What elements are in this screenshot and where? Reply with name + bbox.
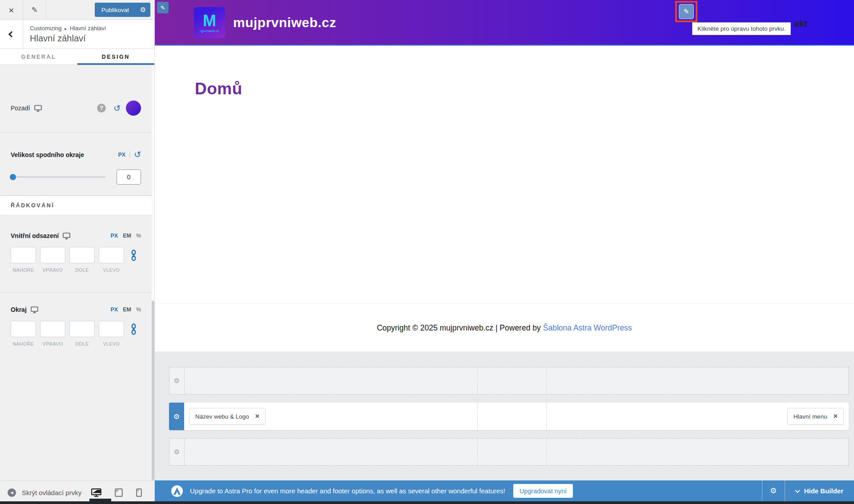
site-identity-chip[interactable]: Název webu & Logo ×: [189, 408, 266, 425]
builder-cell-center[interactable]: [477, 403, 547, 430]
background-label: Pozadí: [11, 105, 30, 112]
margin-left-input[interactable]: [99, 321, 124, 337]
padding-label: Vnitřní odsazení: [11, 232, 59, 239]
reset-icon[interactable]: ↻: [134, 150, 141, 159]
edit-header-shortcut-button[interactable]: ✎: [157, 2, 169, 13]
slider-handle[interactable]: [10, 174, 16, 180]
padding-right-input[interactable]: [40, 247, 65, 263]
breadcrumb-arrow-icon: ▸: [64, 26, 67, 31]
builder-cell-center[interactable]: [477, 367, 546, 394]
hide-builder-label: Hide Builder: [804, 487, 843, 495]
link-values-button[interactable]: [130, 250, 137, 262]
reset-icon[interactable]: ↻: [113, 104, 121, 113]
page-content: Domů: [155, 47, 854, 304]
unit-px-toggle[interactable]: PX: [118, 152, 125, 158]
builder-cell-right[interactable]: [546, 367, 848, 394]
device-desktop-button[interactable]: [91, 488, 101, 497]
tab-general[interactable]: GENERAL: [0, 49, 77, 65]
gear-icon: ⚙: [174, 448, 180, 456]
builder-cell-left[interactable]: [185, 367, 477, 394]
builder-cell-left[interactable]: Název webu & Logo ×: [184, 403, 477, 430]
row-settings-button[interactable]: ⚙: [169, 439, 185, 465]
astra-logo-icon: [171, 485, 183, 497]
mobile-icon: [136, 488, 142, 497]
side-label-top: NAHOŘE: [13, 341, 34, 347]
page-heading: Domů: [195, 80, 854, 98]
header-builder: ⚙ ⚙ Název webu & Logo ×: [155, 351, 854, 480]
panel-title: Hlavní záhlaví: [30, 33, 106, 44]
astra-theme-link[interactable]: Šablona Astra WordPress: [543, 323, 632, 333]
site-branding[interactable]: M ujprvniweb.cz mujprvniweb.cz: [194, 7, 336, 38]
device-preview-switcher: [91, 488, 154, 497]
unit-percent-toggle[interactable]: %: [136, 306, 141, 313]
side-label-right: VPRAVO: [43, 267, 63, 273]
site-logo[interactable]: M ujprvniweb.cz: [194, 7, 225, 38]
edit-menu-shortcut-button[interactable]: ✎: [679, 4, 694, 19]
scrollbar-thumb[interactable]: [152, 301, 154, 480]
margin-bottom-input[interactable]: [69, 321, 95, 337]
remove-icon[interactable]: ×: [834, 413, 838, 420]
padding-bottom-input[interactable]: [69, 247, 95, 263]
close-customizer-button[interactable]: ×: [0, 0, 23, 20]
row-settings-button[interactable]: ⚙: [169, 403, 184, 430]
astra-pro-notice-bar: Upgrade to Astra Pro for even more heade…: [155, 480, 854, 501]
chip-label: Název webu & Logo: [195, 413, 249, 420]
remove-icon[interactable]: ×: [255, 413, 259, 420]
hide-controls-label[interactable]: Skrýt ovládací prvky: [22, 489, 81, 496]
link-values-button[interactable]: [130, 323, 137, 336]
section-header: Customizing ▸ Hlavní záhlaví Hlavní záhl…: [0, 20, 154, 49]
border-size-input[interactable]: [117, 169, 141, 185]
border-size-slider[interactable]: [11, 176, 106, 178]
side-label-right: VPRAVO: [43, 341, 63, 347]
device-tablet-button[interactable]: [115, 488, 123, 497]
breadcrumb-current: Hlavní záhlaví: [70, 25, 106, 32]
row-settings-button[interactable]: ⚙: [169, 367, 185, 394]
nav-menu-item-partial[interactable]: akt: [794, 18, 807, 29]
sidebar-scrollbar[interactable]: [152, 65, 154, 480]
collapse-sidebar-icon[interactable]: ◀: [8, 488, 16, 497]
pencil-icon: ✎: [684, 8, 689, 16]
background-color-swatch[interactable]: [126, 101, 141, 116]
gear-icon: ⚙: [173, 412, 180, 421]
site-title[interactable]: mujprvniweb.cz: [233, 15, 336, 30]
padding-top-input[interactable]: [11, 247, 36, 263]
site-header-preview[interactable]: ✎ M ujprvniweb.cz mujprvniweb.cz akt ✎ K…: [155, 0, 854, 46]
wordpress-customizer: × ✎ Publikovat ⚙ Customizing: [0, 0, 854, 504]
unit-em-toggle[interactable]: EM: [123, 233, 131, 239]
builder-settings-button[interactable]: ⚙: [762, 480, 785, 501]
margin-right-input[interactable]: [40, 321, 65, 337]
customizer-topbar: × ✎ Publikovat ⚙: [0, 0, 154, 20]
upgrade-now-button[interactable]: Upgradovat nyní: [513, 484, 573, 498]
spacing-section-heading: ŘÁDKOVÁNÍ: [0, 196, 154, 215]
customizer-sidebar: × ✎ Publikovat ⚙ Customizing: [0, 0, 155, 504]
builder-cell-left[interactable]: [185, 439, 477, 465]
tab-design[interactable]: DESIGN: [77, 49, 155, 65]
device-mobile-button[interactable]: [136, 488, 142, 497]
hide-builder-button[interactable]: Hide Builder: [785, 480, 854, 501]
desktop-icon: [63, 233, 70, 239]
padding-label-row: Vnitřní odsazení: [11, 232, 70, 239]
builder-cell-center[interactable]: [477, 439, 546, 465]
edit-shortcuts-toggle-button[interactable]: ✎: [23, 0, 46, 20]
padding-left-input[interactable]: [99, 247, 124, 263]
controls-panel: Pozadí ? ↻ Velikost spodního okraje PX ↻: [0, 65, 154, 480]
builder-cell-right[interactable]: [546, 439, 848, 465]
unit-percent-toggle[interactable]: %: [136, 233, 141, 239]
unit-px-toggle[interactable]: PX: [110, 306, 118, 313]
builder-cell-right[interactable]: Hlavní menu ×: [546, 403, 849, 430]
chevron-down-icon: [795, 488, 800, 492]
back-button[interactable]: [0, 20, 23, 48]
margin-label-row: Okraj: [11, 306, 38, 313]
margin-top-input[interactable]: [11, 321, 36, 337]
bottom-border-control: Velikost spodního okraje PX ↻: [0, 133, 154, 196]
builder-row-below: ⚙: [169, 438, 849, 466]
desktop-icon: [34, 105, 42, 112]
help-icon[interactable]: ?: [97, 104, 106, 113]
sidebar-footer: ◀ Skrýt ovládací prvky: [0, 480, 154, 504]
primary-menu-chip[interactable]: Hlavní menu ×: [787, 408, 844, 425]
logo-letter: M: [203, 13, 216, 29]
unit-em-toggle[interactable]: EM: [123, 306, 131, 313]
publish-button[interactable]: Publikovat: [95, 3, 136, 17]
publish-settings-button[interactable]: ⚙: [136, 3, 150, 17]
unit-px-toggle[interactable]: PX: [110, 233, 118, 239]
